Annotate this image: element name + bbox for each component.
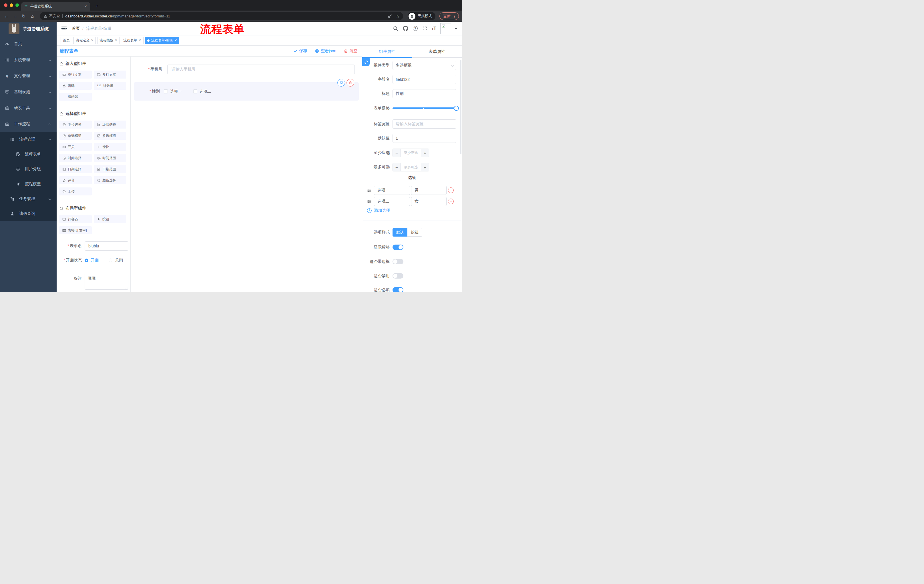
palette-item-row-container[interactable]: 行容器 — [59, 215, 92, 223]
palette-item-select[interactable]: 下拉选择 — [59, 120, 92, 128]
add-option-button[interactable]: + 添加选项 — [367, 208, 390, 213]
sidebar-item-home[interactable]: 首页 — [0, 36, 57, 52]
tag-close-icon[interactable]: ✕ — [91, 39, 94, 42]
fullscreen-icon[interactable] — [422, 26, 427, 31]
label-width-input[interactable]: 请输入标签宽度 — [393, 119, 456, 128]
increase-button[interactable]: + — [421, 163, 429, 171]
radio-off[interactable] — [109, 258, 112, 262]
sidebar-item-workflow[interactable]: 工作流程 — [0, 116, 57, 132]
palette-item-upload[interactable]: 上传 — [59, 188, 92, 196]
palette-item-editor[interactable]: 编辑器 — [59, 93, 92, 101]
avatar[interactable] — [440, 23, 451, 34]
palette-item-checkbox-group[interactable]: 多选框组 — [94, 132, 126, 140]
slider-track[interactable] — [393, 107, 457, 109]
decrease-button[interactable]: − — [393, 163, 401, 171]
palette-item-switch[interactable]: 开关 — [59, 143, 92, 151]
field-name-input[interactable]: field122 — [393, 75, 456, 84]
resize-handle[interactable] — [125, 286, 127, 289]
grid-slider[interactable] — [393, 104, 457, 113]
sidebar-item-devtools[interactable]: 研发工具 — [0, 100, 57, 116]
palette-item-time-range[interactable]: 时间范围 — [94, 154, 126, 162]
remove-option-button[interactable]: − — [448, 199, 454, 204]
remark-textarea[interactable]: 嘿嘿 — [85, 274, 129, 290]
tab-close-icon[interactable]: ✕ — [84, 5, 87, 8]
avatar-dropdown-caret[interactable] — [455, 28, 457, 30]
minimize-window-button[interactable] — [10, 3, 13, 7]
palette-item-rate[interactable]: 评分 — [59, 176, 92, 184]
sidebar-item-process-mgmt[interactable]: 流程管理 — [0, 132, 57, 147]
palette-item-radio-group[interactable]: 单选框组 — [59, 132, 92, 140]
tab-form-props[interactable]: 表单属性 — [412, 46, 462, 58]
option-value-input[interactable]: 男 — [411, 186, 447, 195]
phone-field-row[interactable]: *手机号 请输入手机号 — [130, 64, 362, 74]
sidebar-collapse-icon[interactable] — [61, 26, 67, 31]
palette-item-password[interactable]: 密码 — [59, 82, 92, 90]
github-icon[interactable] — [403, 26, 408, 31]
tab-component-props[interactable]: 组件属性 — [362, 46, 412, 58]
drag-handle-icon[interactable] — [367, 188, 372, 192]
form-name-input[interactable]: biubiu — [85, 242, 129, 250]
forward-button[interactable]: → — [11, 14, 20, 19]
palette-item-cascader[interactable]: 级联选择 — [94, 120, 126, 128]
palette-item-slider[interactable]: 滑块 — [94, 143, 126, 151]
palette-item-button[interactable]: 按钮 — [94, 215, 126, 223]
home-button[interactable]: ⌂ — [28, 14, 36, 19]
tag-process-definition[interactable]: 流程定义✕ — [73, 37, 96, 44]
sidebar-item-leave-query[interactable]: 请假查询 — [0, 206, 57, 221]
link-tag-button[interactable] — [362, 58, 370, 66]
password-key-icon[interactable] — [388, 14, 392, 18]
radio-on[interactable] — [85, 258, 88, 262]
tag-close-icon[interactable]: ✕ — [115, 39, 117, 42]
gender-option-2[interactable]: 选项二 — [193, 89, 211, 94]
browser-menu-icon[interactable]: ⋮ — [452, 14, 457, 18]
palette-item-single-line[interactable]: 单行文本 — [59, 71, 92, 79]
option-label-input[interactable]: 选项一 — [374, 186, 410, 195]
title-input[interactable]: 性别 — [393, 89, 456, 98]
reload-button[interactable]: ↻ — [20, 13, 28, 19]
palette-item-time-picker[interactable]: 时间选择 — [59, 154, 92, 162]
option-value-input[interactable]: 女 — [411, 197, 447, 206]
sidebar-item-user-group[interactable]: 用户分组 — [0, 162, 57, 176]
component-type-select[interactable]: 多选框组 — [393, 61, 456, 70]
sidebar-item-payment[interactable]: ¥ 支付管理 — [0, 68, 57, 84]
show-label-toggle[interactable] — [393, 245, 403, 250]
palette-item-color-picker[interactable]: 颜色选择 — [94, 176, 126, 184]
form-canvas[interactable]: *手机号 请输入手机号 *性别 选项一 选项二 — [130, 57, 362, 292]
sidebar-item-task-mgmt[interactable]: 任务管理 — [0, 191, 57, 206]
sidebar-item-process-form[interactable]: 流程表单 — [0, 147, 57, 162]
browser-tab[interactable]: 芋道管理系统 ✕ — [21, 2, 90, 11]
close-window-button[interactable] — [4, 3, 7, 7]
maximize-window-button[interactable] — [15, 3, 19, 7]
bookmark-star-icon[interactable]: ☆ — [396, 14, 400, 19]
tag-home[interactable]: 首页 — [61, 37, 72, 44]
radio-off-label[interactable]: 关闭 — [115, 258, 123, 263]
clear-button[interactable]: 清空 — [344, 49, 357, 54]
palette-item-date-range[interactable]: 日期范围 — [94, 165, 126, 173]
max-stepper-input[interactable]: 最多可选 — [401, 163, 421, 171]
remove-option-button[interactable]: − — [448, 188, 454, 193]
checkbox[interactable] — [164, 89, 168, 94]
radio-on-label[interactable]: 开启 — [91, 258, 99, 263]
checkbox[interactable] — [193, 89, 197, 94]
default-value-input[interactable]: 1 — [393, 134, 456, 143]
decrease-button[interactable]: − — [393, 149, 401, 157]
disabled-toggle[interactable] — [393, 273, 403, 278]
tag-close-icon[interactable]: ✕ — [139, 39, 141, 42]
required-toggle[interactable] — [393, 287, 403, 292]
min-stepper-input[interactable]: 至少应选 — [401, 149, 421, 157]
palette-item-textarea[interactable]: 多行文本 — [94, 71, 126, 79]
selected-component-block[interactable]: *性别 选项一 选项二 — [134, 82, 359, 100]
slider-handle[interactable] — [454, 106, 459, 111]
sidebar-item-infra[interactable]: 基础设施 — [0, 84, 57, 100]
font-size-icon[interactable]: TT — [432, 26, 436, 31]
style-button-button[interactable]: 按钮 — [408, 228, 422, 237]
drag-handle-icon[interactable] — [367, 199, 372, 204]
breadcrumb-home[interactable]: 首页 — [72, 26, 80, 31]
tag-process-model[interactable]: 流程模型✕ — [97, 37, 119, 44]
back-button[interactable]: ← — [2, 14, 11, 19]
help-icon[interactable]: ? — [413, 26, 418, 31]
palette-item-counter[interactable]: 123计数器 — [94, 82, 126, 90]
address-bar[interactable]: 不安全 dashboard.yudao.iocoder.cn/bpm/manag… — [40, 12, 403, 20]
view-json-button[interactable]: 查看json — [315, 49, 336, 54]
scrollbar-thumb[interactable] — [460, 60, 462, 154]
